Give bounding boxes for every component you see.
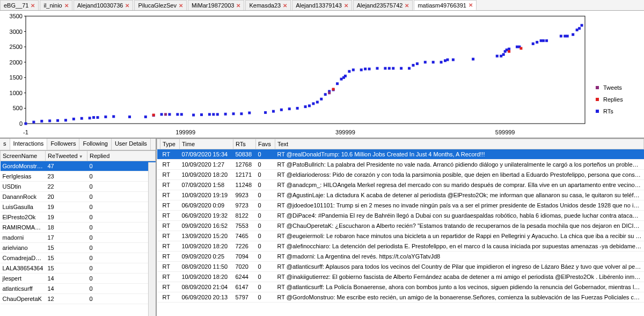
svg-rect-108 [332, 88, 335, 91]
svg-rect-115 [596, 98, 599, 101]
table-row[interactable]: jlespert140 [1, 274, 156, 284]
svg-rect-86 [472, 58, 474, 61]
column-header[interactable]: RTs [233, 139, 256, 149]
table-row[interactable]: RT06/09/2020 0:0997230RT @jdoedoe101101:… [157, 200, 644, 211]
svg-rect-103 [572, 33, 574, 36]
svg-rect-38 [168, 113, 171, 116]
column-header[interactable]: ScreenName [1, 151, 46, 161]
table-row[interactable]: RAMIROMAR...180 [1, 222, 156, 233]
table-row[interactable]: RT10/09/2020 19:1999230RT @AgustinLaje: … [157, 190, 644, 200]
user-tab[interactable]: il_ninio✕ [40, 0, 72, 10]
svg-rect-107 [152, 114, 155, 117]
svg-rect-59 [320, 98, 323, 100]
column-header[interactable]: Type [160, 139, 180, 149]
svg-rect-111 [164, 113, 167, 116]
table-row[interactable]: RT13/09/2020 15:2074650RT @eugeiermoli: … [157, 231, 644, 241]
column-header[interactable]: Replied [87, 151, 156, 161]
table-row[interactable]: RT10/09/2020 18:2072260RT @alefinocchiar… [157, 241, 644, 252]
close-icon[interactable]: ✕ [125, 3, 129, 9]
table-row[interactable]: LuisGasulla190 [1, 202, 156, 212]
svg-rect-60 [324, 93, 327, 96]
table-row[interactable]: RT10/09/2020 18:20121710RT @eldiariodero… [157, 170, 644, 180]
user-tab[interactable]: PilucaGlezSev✕ [134, 0, 187, 10]
table-row[interactable]: RT10/09/2020 18:2062440RT @inakiigutierr… [157, 272, 644, 282]
svg-rect-23 [40, 120, 43, 123]
table-row[interactable]: ChauOperetaK120 [1, 294, 156, 304]
column-header[interactable]: Text [275, 139, 644, 149]
user-tab[interactable]: Alejand10030736✕ [74, 0, 134, 10]
table-row[interactable]: atlanticsurff140 [1, 284, 156, 294]
table-row[interactable]: RT08/09/2020 11:5070200RT @atlanticsurff… [157, 262, 644, 272]
svg-rect-75 [392, 67, 394, 70]
svg-text:-1: -1 [23, 129, 28, 135]
svg-rect-24 [48, 119, 51, 122]
svg-rect-91 [506, 48, 508, 51]
svg-rect-67 [348, 70, 350, 73]
table-row[interactable]: DanannRock200 [1, 192, 156, 202]
svg-text:Replies: Replies [603, 96, 623, 103]
scrollbar[interactable] [148, 162, 156, 316]
column-header[interactable]: ReTweeted▼ [46, 151, 87, 161]
table-row[interactable]: RT07/09/2020 15:34508380RT @realDonaldTr… [157, 149, 644, 160]
table-row[interactable]: RT09/09/2020 0:2570940RT @madorni: La Ar… [157, 252, 644, 262]
user-tab[interactable]: eBG__71✕ [0, 0, 39, 10]
svg-rect-44 [212, 113, 215, 116]
user-tab[interactable]: Kemasda23✕ [245, 0, 291, 10]
table-row[interactable]: RT06/09/2020 20:1357970RT @GordoMonstruo… [157, 292, 644, 303]
close-icon[interactable]: ✕ [179, 3, 183, 9]
table-row[interactable]: arielviano150 [1, 243, 156, 253]
close-icon[interactable]: ✕ [405, 3, 409, 9]
svg-rect-101 [564, 35, 566, 38]
close-icon[interactable]: ✕ [469, 2, 473, 8]
close-icon[interactable]: ✕ [31, 3, 35, 9]
svg-rect-30 [92, 116, 95, 119]
table-row[interactable]: RT06/09/2020 19:3281220RT @DiPace4: #Pan… [157, 211, 644, 221]
user-tab[interactable]: Alejand13379143✕ [292, 0, 352, 10]
svg-rect-66 [344, 75, 347, 77]
svg-rect-76 [400, 67, 402, 70]
table-row[interactable]: ElPresto2Ok190 [1, 212, 156, 222]
inner-tab[interactable]: s [0, 139, 10, 150]
svg-rect-89 [502, 53, 505, 56]
column-header[interactable]: Favs [256, 139, 275, 149]
close-icon[interactable]: ✕ [236, 3, 240, 9]
svg-text:3500: 3500 [10, 13, 23, 19]
inner-tab[interactable]: Followers [47, 139, 79, 150]
column-header[interactable]: Time [180, 139, 233, 149]
svg-rect-79 [416, 62, 419, 65]
table-row[interactable]: RT10/09/2020 1:27127680RT @PatoBullrich:… [157, 160, 644, 170]
scatter-chart: 0500100015002000250030003500-11999993999… [0, 11, 644, 139]
svg-rect-31 [96, 116, 99, 119]
inner-tab[interactable]: User Details [112, 139, 151, 150]
inner-tab[interactable]: Interactions [10, 139, 48, 150]
svg-rect-47 [232, 112, 235, 115]
table-row[interactable]: FerIglesias230 [1, 171, 156, 182]
table-row[interactable]: USDtin220 [1, 182, 156, 192]
table-row[interactable]: RT07/09/2020 1:58112480RT @anadcpm_: HIL… [157, 180, 644, 190]
table-row[interactable]: ComadrejaDark150 [1, 253, 156, 263]
close-icon[interactable]: ✕ [64, 3, 69, 9]
interactions-table[interactable]: ScreenNameReTweeted▼Replied GordoMonstru… [0, 150, 156, 304]
svg-rect-56 [308, 104, 311, 107]
svg-rect-50 [264, 111, 267, 114]
svg-rect-26 [64, 119, 67, 121]
svg-rect-84 [446, 59, 449, 61]
svg-text:3000: 3000 [10, 28, 23, 35]
user-tab[interactable]: MiMar19872003✕ [188, 0, 245, 10]
svg-text:0: 0 [19, 120, 23, 127]
inner-tab[interactable]: Following [79, 139, 111, 150]
table-row[interactable]: RT09/09/2020 16:5275530RT @ChauOperetaK:… [157, 221, 644, 231]
close-icon[interactable]: ✕ [344, 3, 348, 9]
close-icon[interactable]: ✕ [283, 3, 287, 9]
table-row[interactable]: GordoMonstruo470 [1, 161, 156, 171]
table-row[interactable]: madorni170 [1, 233, 156, 243]
svg-rect-113 [596, 86, 599, 89]
user-tab[interactable]: matiasm49766391✕ [414, 0, 477, 10]
table-row[interactable]: RT08/09/2020 21:0461470RT @atlanticsurff… [157, 282, 644, 292]
table-row[interactable]: LALA38654364150 [1, 263, 156, 274]
user-tab[interactable]: Alejand23575742✕ [353, 0, 413, 10]
svg-rect-105 [578, 27, 581, 30]
svg-rect-49 [248, 112, 251, 114]
svg-rect-27 [72, 118, 75, 120]
tweets-table[interactable]: TypeTimeRTsFavsText RT07/09/2020 15:3450… [157, 139, 644, 303]
